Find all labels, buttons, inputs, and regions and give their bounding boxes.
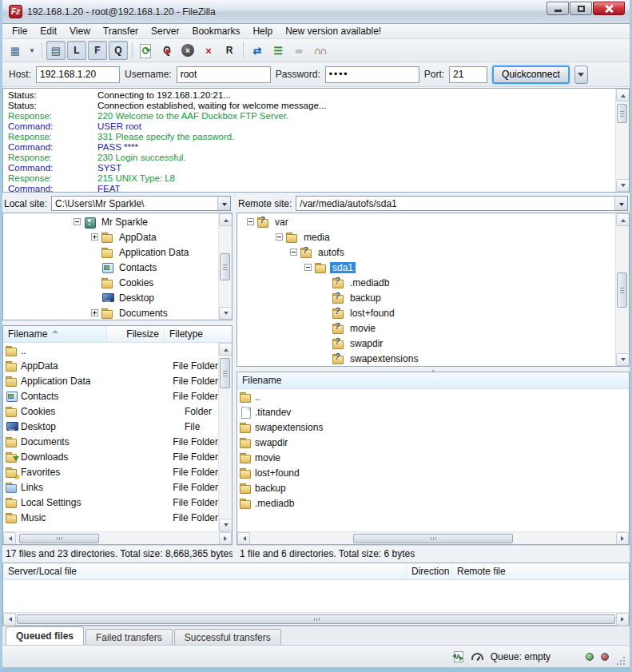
site-manager-dropdown-button[interactable]: ▾ [26, 41, 38, 60]
file-row[interactable]: DesktopFile [3, 419, 218, 434]
find-files-button[interactable]: ∩∩ [310, 41, 329, 60]
file-row[interactable]: .titandev [237, 404, 629, 420]
toggle-queue-button[interactable]: Q [109, 41, 128, 60]
file-row[interactable]: DownloadsFile Folder [3, 449, 218, 464]
tree-item-swapextensions[interactable]: swapextensions [237, 351, 615, 366]
menu-file[interactable]: File [6, 24, 34, 38]
tree-item-appdata[interactable]: AppData [3, 229, 218, 245]
file-row[interactable]: CookiesFolder [3, 404, 218, 419]
file-row[interactable]: MusicFile Folder [3, 510, 218, 525]
scroll-right-button[interactable] [616, 613, 629, 626]
file-row[interactable]: lost+found [237, 465, 629, 480]
scroll-down-button[interactable] [616, 353, 630, 366]
local-list-hscrollbar[interactable] [3, 531, 232, 544]
file-row[interactable]: backup [237, 480, 629, 495]
scroll-up-button[interactable] [219, 343, 233, 356]
tree-item-desktop[interactable]: Desktop [3, 290, 218, 305]
local-site-dropdown-button[interactable] [217, 197, 230, 210]
resize-grip[interactable] [616, 655, 626, 666]
tree-item-contacts[interactable]: Contacts [3, 260, 218, 275]
scrollbar-thumb[interactable] [617, 272, 627, 308]
tree-item-cookies[interactable]: Cookies [3, 275, 218, 290]
tree-item-mr-sparkle[interactable]: Mr Sparkle [3, 214, 218, 229]
synchronized-browsing-button[interactable]: ☰ [268, 41, 288, 60]
tree-item-media[interactable]: media [237, 229, 615, 245]
file-row[interactable]: FavoritesFile Folder [3, 464, 218, 479]
tree-item-autofs[interactable]: autofs [237, 245, 615, 260]
menu-transfer[interactable]: Transfer [97, 24, 145, 38]
scroll-left-button[interactable] [3, 532, 16, 545]
file-row[interactable]: .mediadb [237, 495, 629, 511]
column-header-direction[interactable]: Direction [407, 563, 452, 579]
remote-site-combo[interactable]: /var/media/autofs/sda1 [296, 196, 628, 211]
scrollbar-thumb[interactable] [19, 534, 99, 543]
scroll-left-button[interactable] [3, 613, 16, 626]
tree-item-swapdir[interactable]: swapdir [237, 336, 615, 351]
scroll-right-button[interactable] [219, 532, 232, 545]
toggle-message-log-button[interactable]: ▤ [46, 41, 66, 60]
site-manager-button[interactable]: ▦ [6, 41, 25, 60]
cancel-button[interactable]: × [178, 41, 197, 60]
file-row[interactable]: Local SettingsFile Folder [3, 495, 218, 510]
speed-limits-button[interactable]: ∞ [289, 41, 308, 60]
tab-queued-files[interactable]: Queued files [6, 626, 84, 645]
compare-directories-button[interactable]: ⇄ [248, 41, 267, 60]
tab-successful-transfers[interactable]: Successful transfers [174, 629, 281, 645]
remote-site-dropdown-button[interactable] [614, 197, 627, 210]
remote-list-hscrollbar[interactable] [237, 531, 629, 544]
tree-item-application-data[interactable]: Application Data [3, 245, 218, 260]
column-header-server-local-file[interactable]: Server/Local file [3, 563, 407, 579]
password-input[interactable] [325, 66, 419, 83]
scroll-down-button[interactable] [616, 179, 630, 192]
scroll-up-button[interactable] [616, 89, 630, 101]
tree-item-sda1[interactable]: sda1 [237, 260, 615, 275]
queue-hscrollbar[interactable] [3, 612, 629, 625]
quickconnect-dropdown-button[interactable] [574, 66, 588, 84]
close-button[interactable] [593, 2, 625, 15]
column-header-filesize[interactable]: Filesize [107, 326, 165, 342]
menu-bookmarks[interactable]: Bookmarks [185, 24, 246, 38]
title-bar[interactable]: Fz 192.168.1.20 - root@192.168.1.20 - Fi… [2, 0, 630, 24]
expand-icon[interactable] [91, 233, 98, 241]
tree-item-lost-found[interactable]: lost+found [237, 305, 615, 320]
disconnect-button[interactable]: × [199, 41, 218, 60]
file-row[interactable]: LinksFile Folder [3, 479, 218, 495]
tab-failed-transfers[interactable]: Failed transfers [85, 629, 173, 645]
collapse-icon[interactable] [247, 218, 254, 225]
log-scrollbar[interactable] [615, 89, 629, 192]
scrollbar-thumb[interactable] [220, 358, 230, 388]
transfer-type-icon[interactable] [451, 650, 464, 662]
menu-help[interactable]: Help [246, 24, 279, 38]
minimize-button[interactable] [547, 2, 569, 15]
reconnect-button[interactable]: R [220, 41, 239, 60]
collapse-icon[interactable] [74, 218, 81, 225]
refresh-button[interactable]: ⟳ [137, 41, 156, 60]
menu-view[interactable]: View [63, 24, 97, 38]
scrollbar-thumb[interactable] [353, 534, 513, 543]
toggle-local-tree-button[interactable]: L [67, 41, 86, 60]
scroll-down-button[interactable] [219, 519, 233, 531]
collapse-icon[interactable] [304, 264, 312, 271]
column-header-filename[interactable]: Filename [237, 372, 629, 388]
host-input[interactable] [36, 66, 120, 83]
scroll-down-button[interactable] [219, 307, 233, 320]
queue-body[interactable] [3, 580, 629, 612]
file-row[interactable]: swapextensions [237, 420, 629, 435]
tree-item-movie[interactable]: movie [237, 320, 615, 336]
tree-item-backup[interactable]: backup [237, 290, 615, 305]
local-tree-scrollbar[interactable] [218, 213, 232, 320]
scroll-left-button[interactable] [237, 532, 250, 545]
file-row[interactable]: .. [3, 343, 218, 358]
maximize-button[interactable] [570, 2, 592, 15]
tree-item-mediadb[interactable]: .mediadb [237, 275, 615, 290]
menu-edit[interactable]: Edit [34, 24, 63, 38]
collapse-icon[interactable] [276, 233, 283, 241]
toggle-remote-tree-button[interactable]: F [88, 41, 107, 60]
scrollbar-thumb[interactable] [220, 253, 230, 280]
expand-icon[interactable] [91, 309, 98, 316]
username-input[interactable] [177, 66, 271, 83]
tree-item-var[interactable]: var [237, 214, 615, 229]
remote-tree-scrollbar[interactable] [615, 213, 629, 366]
menu-new-version[interactable]: New version available! [279, 24, 388, 38]
file-row[interactable]: .. [237, 389, 629, 404]
